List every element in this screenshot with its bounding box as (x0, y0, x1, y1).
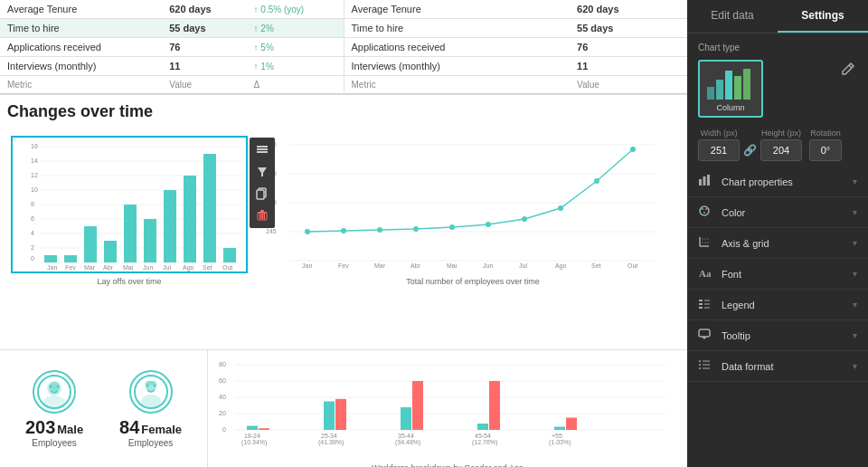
height-label: Height (px) (761, 129, 801, 138)
format-icon (698, 358, 714, 374)
svg-point-64 (486, 222, 491, 227)
axis-icon (698, 235, 714, 251)
svg-text:Jan: Jan (47, 264, 57, 271)
svg-rect-5 (257, 190, 264, 199)
svg-text:+55: +55 (552, 433, 562, 439)
svg-rect-31 (64, 255, 77, 262)
svg-point-59 (305, 229, 310, 234)
svg-point-83 (50, 385, 52, 387)
svg-rect-128 (707, 175, 710, 186)
legend-label: Legend (722, 300, 853, 310)
svg-rect-144 (699, 329, 710, 337)
svg-text:Aa: Aa (699, 268, 711, 279)
svg-text:Set: Set (591, 262, 601, 269)
svg-text:(12.76%): (12.76%) (472, 439, 497, 446)
svg-text:Jan: Jan (302, 262, 312, 269)
age-chart-title: Workforce breakdown by Gender and Age (215, 463, 680, 467)
svg-point-62 (413, 226, 419, 232)
svg-text:6: 6 (31, 215, 34, 222)
chevron-down-icon: ▾ (853, 238, 857, 248)
link-icon: 🔗 (743, 144, 757, 157)
svg-rect-127 (703, 176, 706, 186)
property-color[interactable]: Color ▾ (687, 197, 868, 228)
tab-edit-data[interactable]: Edit data (687, 0, 778, 33)
width-input[interactable] (698, 139, 740, 161)
chart-type-column-thumb[interactable]: Column (698, 60, 763, 118)
svg-text:245: 245 (266, 228, 277, 234)
tab-settings[interactable]: Settings (778, 0, 868, 33)
svg-text:80: 80 (219, 361, 226, 367)
svg-rect-39 (223, 248, 236, 262)
svg-text:25-34: 25-34 (321, 433, 337, 439)
svg-text:14: 14 (31, 157, 38, 164)
svg-text:Jun: Jun (483, 262, 493, 269)
tooltip-icon (698, 328, 714, 343)
svg-rect-6 (260, 210, 264, 212)
chart-type-label: Chart type (698, 43, 857, 52)
svg-text:0: 0 (222, 426, 226, 433)
svg-point-89 (141, 395, 161, 407)
dashboard-panel: Average Tenure 620 days ↑ 0.5% (yoy) Tim… (0, 0, 687, 467)
chart-type-section: Chart type Column (687, 33, 868, 123)
axis-grid-label: Axis & grid (722, 238, 853, 249)
property-axis-grid[interactable]: Axis & grid ▾ (687, 228, 868, 259)
svg-rect-37 (184, 176, 196, 262)
toolbar-layers-btn[interactable] (251, 139, 273, 161)
employee-stats: 203 Male Employees (0, 350, 208, 467)
chevron-down-icon: ▾ (853, 361, 857, 371)
width-label: Width (px) (700, 129, 737, 138)
chart-type-edit-btn[interactable] (839, 60, 857, 81)
svg-rect-126 (699, 179, 702, 186)
svg-rect-2 (257, 146, 268, 148)
svg-point-61 (377, 227, 382, 233)
property-legend[interactable]: Legend ▾ (687, 290, 868, 320)
svg-point-68 (630, 147, 636, 152)
rotation-input[interactable] (809, 139, 842, 161)
svg-rect-0 (257, 148, 268, 150)
svg-rect-10 (264, 214, 266, 219)
bar-chart-icon (698, 174, 714, 189)
table-row: Average Tenure 620 days (344, 0, 688, 19)
svg-rect-9 (261, 214, 263, 219)
svg-text:Abr: Abr (410, 262, 421, 269)
height-group: Height (px) (760, 129, 802, 161)
male-sublabel: Employees (32, 438, 76, 448)
property-data-format[interactable]: Data format ▾ (687, 351, 868, 382)
chart-type-column-label: Column (716, 103, 744, 112)
svg-rect-38 (203, 154, 216, 262)
toolbar-filter-btn[interactable] (251, 161, 273, 183)
svg-rect-124 (743, 69, 750, 100)
dimensions-row: Width (px) 🔗 Height (px) Rotation (687, 123, 868, 167)
changes-over-time-title: Changes over time (0, 95, 687, 125)
height-input[interactable] (760, 139, 802, 161)
metrics-table-left: Average Tenure 620 days ↑ 0.5% (yoy) Tim… (0, 0, 344, 94)
svg-rect-104 (401, 407, 411, 430)
svg-point-130 (702, 208, 703, 210)
width-group: Width (px) (698, 129, 740, 161)
svg-rect-120 (707, 87, 714, 100)
svg-text:12: 12 (31, 172, 38, 178)
svg-rect-36 (164, 190, 176, 262)
svg-rect-101 (259, 428, 269, 430)
table-row: Interviews (monthly) 11 (344, 57, 688, 76)
svg-rect-102 (324, 402, 335, 431)
layoffs-bar-chart: 16 14 12 10 8 6 4 2 0 (13, 138, 246, 272)
svg-text:Fev: Fev (65, 264, 76, 271)
svg-text:8: 8 (31, 201, 34, 207)
svg-rect-34 (124, 205, 137, 262)
data-format-label: Data format (722, 361, 853, 372)
employees-chart-container: 280 260 250 245 (251, 132, 687, 349)
svg-text:Mai: Mai (123, 264, 134, 271)
property-font[interactable]: Aa Font ▾ (687, 259, 868, 290)
svg-point-67 (594, 178, 599, 184)
property-tooltip[interactable]: Tooltip ▾ (687, 320, 868, 351)
age-breakdown-chart: 80 60 40 20 0 (215, 354, 667, 458)
svg-rect-33 (104, 241, 117, 262)
property-chart-properties[interactable]: Chart properties ▾ (687, 167, 868, 197)
properties-list: Chart properties ▾ Color ▾ Axis & grid ▾… (687, 167, 868, 467)
toolbar-delete-btn[interactable] (251, 205, 273, 226)
chevron-down-icon: ▾ (853, 330, 857, 340)
svg-rect-106 (477, 424, 488, 430)
toolbar-copy-btn[interactable] (251, 183, 273, 205)
svg-marker-3 (258, 167, 267, 176)
